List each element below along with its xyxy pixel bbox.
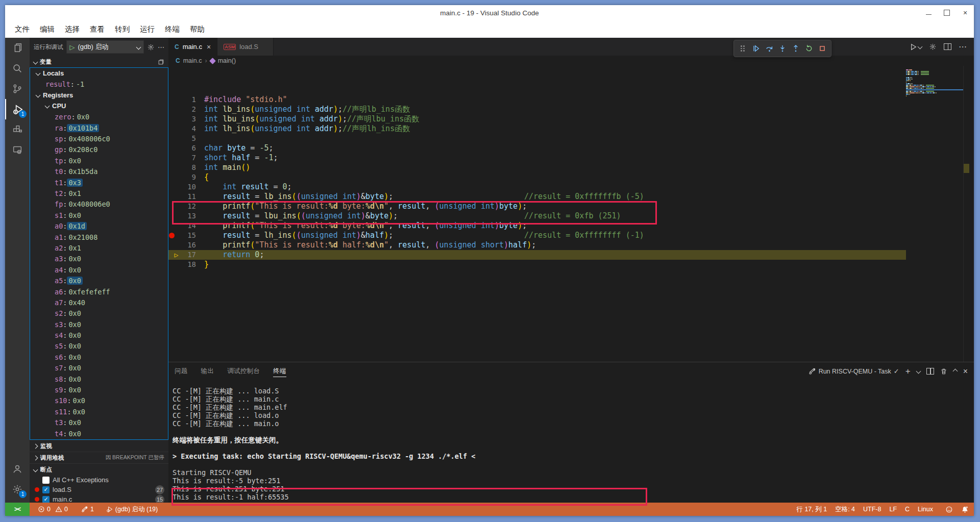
register-row[interactable]: a3: 0x0 bbox=[30, 254, 168, 264]
feedback-icon[interactable] bbox=[941, 503, 957, 516]
run-or-debug-button[interactable] bbox=[909, 43, 922, 51]
launch-config-select[interactable]: ▷ (gdb) 启动 bbox=[66, 40, 144, 54]
registers-group[interactable]: Registers bbox=[30, 90, 168, 101]
menu-item[interactable]: 帮助 bbox=[185, 22, 209, 36]
breadcrumb[interactable]: C main.c › main() bbox=[168, 56, 974, 66]
code-line[interactable]: ▷ 3 int lbu_ins(unsigned int addr);//声明l… bbox=[168, 114, 906, 124]
problems-status[interactable]: 0 0 bbox=[34, 503, 72, 516]
explorer-icon[interactable] bbox=[5, 38, 30, 58]
run-debug-icon[interactable]: 1 bbox=[5, 99, 30, 119]
register-row[interactable]: a2: 0x1 bbox=[30, 242, 168, 253]
register-row[interactable]: s6: 0x0 bbox=[30, 352, 168, 362]
status-item[interactable]: 行 17, 列 1 bbox=[792, 503, 831, 516]
register-row[interactable]: s1: 0x0 bbox=[30, 210, 168, 220]
more-actions-icon[interactable]: ⋯ bbox=[158, 43, 164, 51]
code-line[interactable]: ▷ 14 printf("This is result:%d byte:%d\n… bbox=[168, 221, 906, 231]
code-line[interactable]: ▷ 9 { bbox=[168, 172, 906, 182]
gutter-glyph[interactable]: ▷ bbox=[168, 143, 179, 153]
code-line[interactable]: ▷ 2 int lb_ins(unsigned int addr);//声明lb… bbox=[168, 105, 906, 114]
terminal-output[interactable]: CC -[M] 正在构建 ... load.SCC -[M] 正在构建 ... … bbox=[168, 380, 974, 503]
close-button[interactable]: × bbox=[962, 9, 969, 16]
status-item[interactable]: LF bbox=[885, 503, 901, 516]
code-line[interactable]: ▷ 7 short half = -1; bbox=[168, 153, 906, 163]
new-terminal-icon[interactable]: + bbox=[905, 366, 911, 377]
menu-item[interactable]: 查看 bbox=[85, 22, 109, 36]
code-line[interactable]: ▷ 18 } bbox=[168, 260, 906, 269]
minimize-button[interactable] bbox=[925, 9, 932, 16]
debug-session-status[interactable]: (gdb) 启动 (19) bbox=[102, 503, 162, 516]
register-row[interactable]: a7: 0x40 bbox=[30, 297, 168, 308]
extensions-icon[interactable] bbox=[5, 119, 30, 140]
gutter-glyph[interactable]: ▷ bbox=[168, 231, 179, 240]
remote-explorer-icon[interactable] bbox=[5, 140, 30, 160]
gutter-glyph[interactable]: ▷ bbox=[168, 221, 179, 231]
restart-button[interactable] bbox=[803, 42, 815, 55]
step-over-button[interactable] bbox=[764, 42, 775, 55]
code-line[interactable]: ▷ 5 bbox=[168, 134, 906, 143]
panel-tab[interactable]: 问题 bbox=[175, 362, 188, 380]
locals-group[interactable]: Locals bbox=[30, 68, 168, 79]
toolbar-drag-grip[interactable] bbox=[737, 42, 748, 55]
kill-terminal-icon[interactable] bbox=[940, 368, 947, 375]
register-row[interactable]: t4: 0x0 bbox=[30, 428, 168, 439]
register-row[interactable]: a6: 0xfefefeff bbox=[30, 286, 168, 297]
maximize-panel-icon[interactable] bbox=[953, 369, 957, 373]
panel-tab[interactable]: 终端 bbox=[273, 362, 286, 380]
breakpoint-row[interactable]: ✓ load.S 27 bbox=[30, 485, 168, 494]
gutter-glyph[interactable]: ▷ bbox=[168, 260, 179, 269]
running-tasks-status[interactable]: 1 bbox=[77, 503, 98, 516]
editor-tab[interactable]: C main.c × bbox=[168, 38, 217, 56]
breakpoint-row[interactable]: All C++ Exceptions bbox=[30, 475, 168, 485]
gutter-glyph[interactable]: ▷ bbox=[168, 211, 179, 221]
title-bar[interactable]: main.c - 19 - Visual Studio Code × bbox=[5, 5, 974, 20]
register-row[interactable]: t2: 0x1 bbox=[30, 188, 168, 198]
register-row[interactable]: zero: 0x0 bbox=[30, 112, 168, 122]
code-line[interactable]: ▷ 16 printf("This is result:%d half:%d\n… bbox=[168, 240, 906, 250]
register-row[interactable]: s4: 0x0 bbox=[30, 330, 168, 340]
code-line[interactable]: ▷ 12 printf("This is result:%d byte:%d\n… bbox=[168, 202, 906, 211]
source-control-icon[interactable] bbox=[5, 79, 30, 99]
gutter-glyph[interactable]: ▷ bbox=[168, 124, 179, 134]
start-debug-icon[interactable]: ▷ bbox=[70, 43, 75, 51]
register-row[interactable]: s11: 0x0 bbox=[30, 406, 168, 417]
gutter-glyph[interactable]: ▷ bbox=[168, 134, 179, 143]
bell-icon[interactable] bbox=[957, 503, 974, 516]
account-icon[interactable] bbox=[5, 459, 30, 479]
panes-icon[interactable] bbox=[158, 59, 164, 65]
gutter-glyph[interactable]: ▷ bbox=[168, 202, 179, 211]
gutter-glyph[interactable]: ▷ bbox=[168, 250, 179, 260]
callstack-section-header[interactable]: 调用堆栈 因 BREAKPOINT 已暂停 bbox=[30, 452, 168, 463]
register-row[interactable]: ra: 0x101b4 bbox=[30, 122, 168, 133]
gutter-glyph[interactable]: ▷ bbox=[168, 182, 179, 192]
gutter-glyph[interactable]: ▷ bbox=[168, 95, 179, 105]
register-row[interactable]: t1: 0x3 bbox=[30, 177, 168, 188]
debug-settings-gear-icon[interactable] bbox=[147, 43, 155, 51]
gutter-glyph[interactable]: ▷ bbox=[168, 163, 179, 172]
code-line[interactable]: ▷ 6 char byte = -5; bbox=[168, 143, 906, 153]
cpu-group[interactable]: CPU bbox=[30, 101, 168, 111]
status-item[interactable]: C bbox=[901, 503, 914, 516]
maximize-button[interactable] bbox=[943, 9, 950, 16]
local-variable-row[interactable]: result: -1 bbox=[30, 79, 168, 89]
register-row[interactable]: gp: 0x208c0 bbox=[30, 144, 168, 155]
terminal-dropdown-icon[interactable] bbox=[917, 369, 920, 373]
register-row[interactable]: s7: 0x0 bbox=[30, 363, 168, 374]
code-line[interactable]: ▷ 13 result = lbu_ins((unsigned int)&byt… bbox=[168, 211, 906, 221]
register-row[interactable]: a4: 0x0 bbox=[30, 264, 168, 275]
register-row[interactable]: s3: 0x0 bbox=[30, 319, 168, 330]
watch-section-header[interactable]: 监视 bbox=[30, 440, 168, 452]
code-editor[interactable]: ▷ 1 #include "stdio.h" ▷ 2 int lb_ins(un… bbox=[168, 66, 974, 362]
search-icon[interactable] bbox=[5, 58, 30, 79]
editor-tab[interactable]: ASM load.S × bbox=[217, 38, 274, 56]
register-row[interactable]: a5: 0x0 bbox=[30, 275, 168, 286]
code-line[interactable]: ▷ 17 return 0; bbox=[168, 250, 906, 260]
close-panel-icon[interactable]: × bbox=[963, 367, 968, 376]
code-line[interactable]: ▷ 8 int main() bbox=[168, 163, 906, 172]
step-out-button[interactable] bbox=[790, 42, 801, 55]
stop-button[interactable] bbox=[817, 42, 828, 55]
split-editor-icon[interactable] bbox=[944, 43, 951, 50]
task-indicator[interactable]: Run RISCV-QEMU - Task ✓ bbox=[808, 367, 899, 375]
gutter-glyph[interactable]: ▷ bbox=[168, 114, 179, 124]
status-item[interactable]: 空格: 4 bbox=[831, 503, 859, 516]
minimap[interactable] bbox=[906, 66, 963, 362]
